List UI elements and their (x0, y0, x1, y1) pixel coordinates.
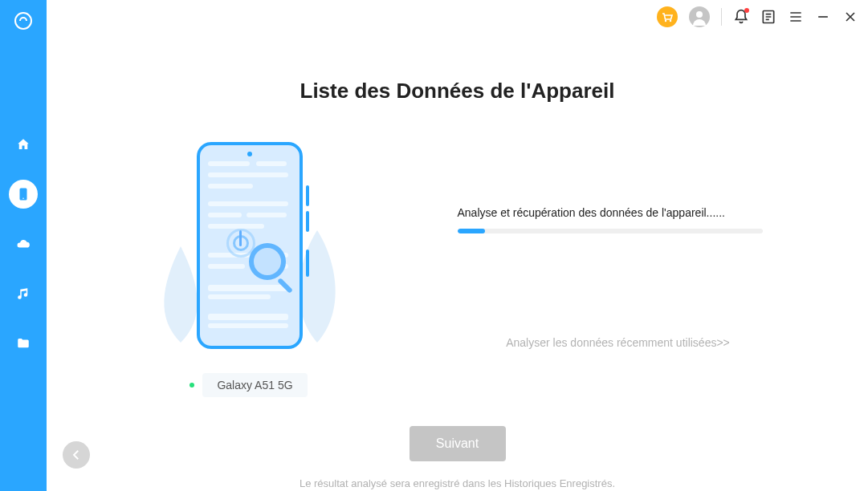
window-titlebar (657, 6, 858, 27)
svg-point-2 (22, 198, 24, 200)
user-icon[interactable] (689, 6, 710, 27)
bell-icon[interactable] (733, 9, 749, 25)
phone-power-icon (306, 250, 309, 277)
titlebar-divider (721, 8, 722, 26)
close-icon[interactable] (842, 9, 858, 25)
nav-folder[interactable] (9, 329, 38, 358)
device-illustration (145, 142, 353, 359)
progress-bar (458, 229, 763, 233)
minimize-icon[interactable] (815, 9, 831, 25)
nav-home[interactable] (9, 130, 38, 159)
nav-music[interactable] (9, 279, 38, 308)
page-title: Liste des Données de l'Appareil (47, 79, 868, 103)
app-logo-icon (14, 11, 33, 34)
content-row: Galaxy A51 5G Analyse et récupération de… (47, 142, 868, 397)
cart-icon[interactable] (657, 6, 678, 27)
sidebar (0, 0, 47, 491)
phone-notch (247, 152, 252, 156)
notification-dot (744, 8, 749, 13)
svg-point-3 (657, 6, 678, 27)
menu-icon[interactable] (788, 9, 804, 25)
progress-fill (458, 229, 485, 233)
phone-vol-up-icon (306, 185, 309, 206)
device-name-label: Galaxy A51 5G (202, 373, 307, 397)
nav-cloud[interactable] (9, 229, 38, 258)
note-icon[interactable] (760, 9, 776, 25)
svg-point-4 (665, 20, 666, 22)
analyze-recent-link[interactable]: Analyser les données récemment utilisées… (458, 336, 779, 349)
magnifier-icon (249, 243, 286, 280)
device-block: Galaxy A51 5G (137, 142, 361, 397)
next-button[interactable]: Suivant (410, 426, 506, 461)
device-info: Galaxy A51 5G (189, 373, 307, 397)
footer-note: Le résultat analysé sera enregistré dans… (47, 477, 868, 489)
phone-vol-down-icon (306, 211, 309, 232)
status-dot-icon (189, 383, 194, 388)
progress-column: Analyse et récupération des données de l… (458, 142, 779, 349)
nav-device[interactable] (9, 180, 38, 209)
svg-point-7 (696, 11, 703, 18)
status-text: Analyse et récupération des données de l… (458, 206, 779, 219)
svg-point-0 (15, 13, 31, 29)
back-button[interactable] (63, 441, 90, 469)
main-panel: Liste des Données de l'Appareil (47, 40, 868, 491)
svg-point-5 (670, 20, 671, 22)
